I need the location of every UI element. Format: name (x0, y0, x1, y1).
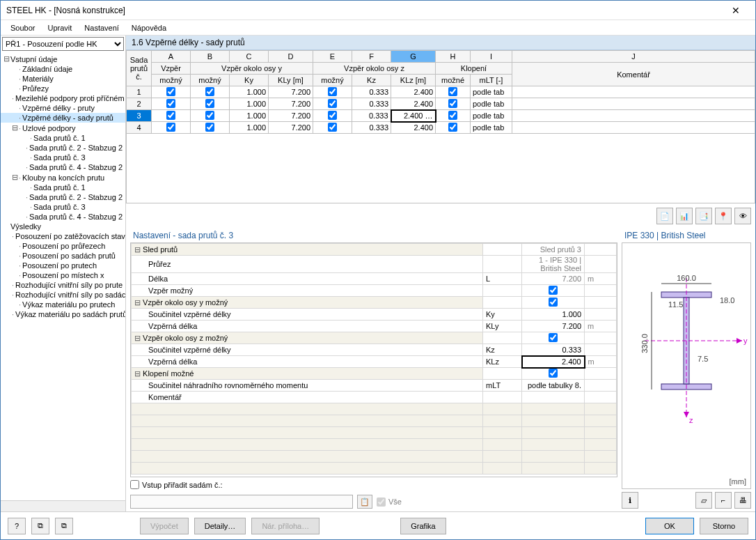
view-3d-button[interactable]: ▱ (695, 492, 712, 509)
sidebar-hscroll[interactable] (1, 500, 125, 511)
check[interactable] (205, 123, 214, 132)
tree-item[interactable]: ·Výkaz materiálu po prutech (1, 300, 125, 309)
check[interactable] (166, 87, 175, 96)
check[interactable] (205, 87, 214, 96)
check[interactable] (328, 87, 337, 96)
view-print-button[interactable]: 🖶 (734, 492, 751, 509)
tool-export-2[interactable]: 📊 (676, 208, 693, 224)
tree-item[interactable]: ⊟·Klouby na koncích prutu (1, 172, 125, 183)
check[interactable] (448, 123, 457, 132)
tree-item[interactable]: ·Posouzení po místech x (1, 270, 125, 280)
svg-text:160.0: 160.0 (677, 274, 696, 282)
svg-text:y: y (743, 337, 748, 345)
tree-item[interactable]: ⊟·Uzlové podpory (1, 123, 125, 133)
tree-item[interactable]: ⊟Vstupní údaje (1, 54, 125, 64)
tree-item[interactable]: ·Sada prutů č. 3 (1, 202, 125, 212)
menu-soubor[interactable]: Soubor (5, 22, 40, 33)
help-button[interactable]: ? (8, 518, 26, 534)
prop-row[interactable]: Vzpěrná délkaKLz2.400m (132, 356, 617, 368)
graphics-button[interactable]: Grafika (400, 518, 446, 534)
info-button[interactable]: ℹ (622, 492, 638, 509)
tree-item[interactable]: ·Rozhodující vnitřní síly po prute (1, 280, 125, 290)
prop-row[interactable]: Komentář (132, 392, 617, 403)
main-grid[interactable]: Sada prutů č. ABCDEFGHIJ Vzpěr Vzpěr oko… (126, 50, 755, 134)
assign-pick-button[interactable]: 📋 (357, 495, 372, 509)
svg-text:z: z (689, 416, 693, 424)
details-button[interactable]: Detaily… (194, 518, 246, 534)
prev-button[interactable]: ⧉ (31, 518, 49, 534)
prop-row[interactable]: Vzpěrná délkaKLy7.200m (132, 321, 617, 332)
tree-item[interactable]: Výsledky (1, 222, 125, 231)
close-button[interactable]: ✕ (722, 1, 750, 20)
prop-row[interactable]: Součinitel náhradního rovnoměrného momen… (132, 380, 617, 392)
prop-check[interactable] (549, 286, 558, 295)
case-combo[interactable]: PŘ1 - Posouzení podle HK (2, 37, 124, 51)
check[interactable] (328, 99, 337, 108)
annex-button[interactable]: Nár. příloha… (251, 518, 320, 534)
tree-item[interactable]: ·Sada prutů č. 2 - Stabzug 2 (1, 143, 125, 153)
menu-nápověda[interactable]: Nápověda (126, 22, 172, 33)
tree-item[interactable]: ·Rozhodující vnitřní síly po sadác (1, 290, 125, 300)
prop-row[interactable]: Sled prutůSled prutů 3 (132, 244, 617, 256)
prop-row[interactable]: Vzpěr okolo osy y možný (132, 297, 617, 309)
tree-item[interactable]: ·Vzpěrné délky - sady prutů (1, 113, 125, 123)
tree-item[interactable]: ·Sada prutů č. 4 - Stabzug 2 (1, 162, 125, 172)
menu-nastavení[interactable]: Nastavení (79, 22, 125, 33)
ok-button[interactable]: OK (645, 518, 694, 534)
tool-view[interactable]: 👁 (734, 208, 751, 224)
tree-item[interactable]: ·Posouzení po průřezech (1, 241, 125, 251)
table-row[interactable]: 41.0007.2000.3332.400podle tab (127, 122, 755, 134)
tree-item[interactable]: ·Posouzení po zatěžovacích stav (1, 231, 125, 241)
tree-item[interactable]: ·Výkaz materiálu po sadách prutů (1, 309, 125, 319)
tool-export-1[interactable]: 📄 (656, 208, 673, 224)
view-axes-button[interactable]: ⌐ (715, 492, 732, 509)
check[interactable] (448, 111, 457, 120)
nav-tree[interactable]: ⊟Vstupní údaje·Základní údaje·Materiály·… (1, 52, 125, 500)
tree-item[interactable]: ·Posouzení po prutech (1, 261, 125, 270)
tree-item[interactable]: ·Vzpěrné délky - pruty (1, 103, 125, 113)
prop-row[interactable]: DélkaL7.200m (132, 273, 617, 285)
prop-row[interactable]: Vzpěr okolo osy z možný (132, 332, 617, 344)
check[interactable] (166, 111, 175, 120)
table-row[interactable]: 11.0007.2000.3332.400podle tab (127, 86, 755, 98)
property-grid[interactable]: Sled prutůSled prutů 3Průřez1 - IPE 330 … (130, 242, 617, 477)
prop-check[interactable] (549, 333, 558, 342)
check[interactable] (448, 87, 457, 96)
table-row[interactable]: 21.0007.2000.3332.400podle tab (127, 98, 755, 110)
tree-item[interactable]: ·Sada prutů č. 1 (1, 133, 125, 143)
tool-pick[interactable]: 📍 (715, 208, 732, 224)
cancel-button[interactable]: Storno (700, 518, 748, 534)
tree-item[interactable]: ·Posouzení po sadách prutů (1, 251, 125, 261)
assign-all-check[interactable] (377, 497, 386, 507)
check[interactable] (205, 99, 214, 108)
calculate-button[interactable]: Výpočet (140, 518, 189, 534)
tree-item[interactable]: ·Základní údaje (1, 64, 125, 74)
prop-row[interactable]: Součinitel vzpěrné délkyKz0.333 (132, 344, 617, 356)
prop-check[interactable] (549, 298, 558, 307)
check[interactable] (328, 123, 337, 132)
tree-item[interactable]: ·Mezilehlé podpory proti příčném (1, 93, 125, 103)
tree-item[interactable]: ·Sada prutů č. 1 (1, 183, 125, 192)
tree-item[interactable]: ·Sada prutů č. 2 - Stabzug 2 (1, 192, 125, 202)
prop-check[interactable] (549, 369, 558, 378)
assign-input[interactable] (130, 495, 353, 509)
check[interactable] (328, 111, 337, 120)
next-button[interactable]: ⧉ (55, 518, 73, 534)
prop-row[interactable]: Klopení možné (132, 368, 617, 380)
tree-item[interactable]: ·Sada prutů č. 4 - Stabzug 2 (1, 212, 125, 222)
menu-upravit[interactable]: Upravit (42, 22, 77, 33)
tree-item[interactable]: ·Materiály (1, 74, 125, 84)
prop-row[interactable]: Vzpěr možný (132, 285, 617, 297)
prop-row[interactable]: Součinitel vzpěrné délkyKy1.000 (132, 309, 617, 321)
check[interactable] (166, 99, 175, 108)
check[interactable] (166, 123, 175, 132)
tool-export-3[interactable]: 📑 (695, 208, 712, 224)
assign-check[interactable] (130, 480, 139, 489)
check[interactable] (448, 99, 457, 108)
prop-row[interactable]: Průřez1 - IPE 330 | British Steel (132, 256, 617, 273)
tree-item[interactable]: ·Průřezy (1, 84, 125, 93)
check[interactable] (205, 111, 214, 120)
tree-item[interactable]: ·Sada prutů č. 3 (1, 153, 125, 162)
table-row[interactable]: 31.0007.2000.3332.400 …podle tab (127, 110, 755, 122)
detail-title: Nastavení - sada prutů č. 3 (130, 229, 617, 242)
